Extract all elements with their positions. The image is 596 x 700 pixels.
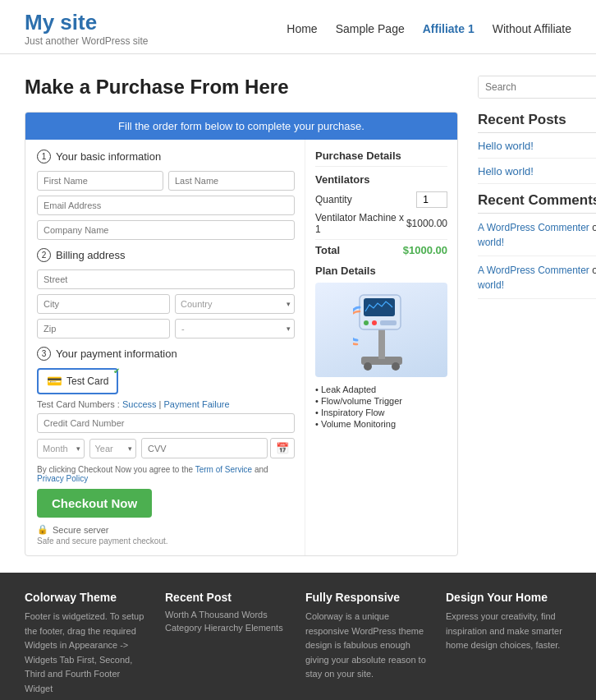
terms-row: By clicking Checkout Now you agree to th… <box>37 465 295 483</box>
footer-col3-title: Fully Responsive <box>305 591 431 604</box>
success-link[interactable]: Success <box>122 399 157 409</box>
post-link-1[interactable]: Hello world! <box>478 140 596 159</box>
first-name-input[interactable] <box>37 171 163 191</box>
comment-on-2: on <box>592 265 596 276</box>
svg-rect-1 <box>378 328 385 359</box>
quantity-label: Quantity <box>315 194 352 205</box>
footer-col-1: Colorway Theme Footer is widgetized. To … <box>25 591 150 697</box>
section1-title: 1 Your basic information <box>37 150 295 163</box>
email-input[interactable] <box>37 196 295 215</box>
footer-col-2: Recent Post Worth A Thousand Words Categ… <box>165 591 291 697</box>
svg-point-3 <box>392 362 400 371</box>
footer-col-4: Design Your Home Express your creativity… <box>446 591 571 697</box>
item-row: Ventilator Machine x 1 $1000.00 <box>315 212 447 235</box>
footer-post-link-1[interactable]: Worth A Thousand Words <box>165 610 291 619</box>
zip-select-icon: ▾ <box>287 325 291 333</box>
main-layout: Make a Purchase From Here Fill the order… <box>0 54 596 573</box>
plan-title: Plan Details <box>315 265 447 277</box>
footer-col1-text: Footer is widgetized. To setup the foote… <box>25 610 150 697</box>
feature-item: • Leak Adapted <box>315 384 447 395</box>
form-body: 1 Your basic information <box>25 140 457 555</box>
header: My site Just another WordPress site Home… <box>0 0 596 54</box>
ventilator-svg <box>353 287 410 373</box>
failure-link[interactable]: Payment Failure <box>164 399 230 409</box>
zip-select[interactable]: - <box>175 319 295 338</box>
recent-comments-section: Recent Comments A WordPress Commenter on… <box>478 192 596 299</box>
country-select[interactable] <box>175 294 295 314</box>
feature-item: • Flow/volume Trigger <box>315 395 447 407</box>
post-link-2[interactable]: Hello world! <box>478 165 596 184</box>
country-select-icon: ▾ <box>287 300 291 308</box>
test-card-button[interactable]: 💳 Test Card ✔ <box>37 368 118 394</box>
feature-item: • Volume Monitoring <box>315 418 447 430</box>
checkout-button[interactable]: Checkout Now <box>37 489 152 518</box>
main-nav: Home Sample Page Affiliate 1 Without Aff… <box>287 22 571 35</box>
company-input[interactable] <box>37 220 295 240</box>
nav-home[interactable]: Home <box>287 22 317 35</box>
site-tagline: Just another WordPress site <box>25 35 149 47</box>
lock-icon: 🔒 <box>37 524 48 535</box>
recent-posts-title: Recent Posts <box>478 112 596 133</box>
recent-comments-title: Recent Comments <box>478 192 596 214</box>
ventilator-image <box>315 283 447 377</box>
secure-row: 🔒 Secure server <box>37 524 295 535</box>
test-card-numbers-row: Test Card Numbers : Success | Payment Fa… <box>37 399 295 409</box>
purchase-title: Purchase Details <box>315 150 447 167</box>
section1-label: Your basic information <box>56 150 161 163</box>
site-branding: My site Just another WordPress site <box>25 10 149 47</box>
section2-num: 2 <box>37 248 51 262</box>
svg-rect-8 <box>380 320 397 325</box>
form-header: Fill the order form below to complete yo… <box>25 113 457 140</box>
commenter-2[interactable]: A WordPress Commenter <box>478 265 589 276</box>
form-left: 1 Your basic information <box>25 140 305 555</box>
quantity-input[interactable] <box>416 191 447 208</box>
purchase-details: Purchase Details Ventilators Quantity Ve… <box>305 140 457 555</box>
search-box: 🔍 <box>478 76 596 99</box>
section1-num: 1 <box>37 150 51 163</box>
privacy-link[interactable]: Privacy Policy <box>37 474 88 483</box>
footer-col1-title: Colorway Theme <box>25 591 150 604</box>
month-chevron: ▾ <box>76 444 80 453</box>
footer: Colorway Theme Footer is widgetized. To … <box>0 573 596 700</box>
svg-point-2 <box>364 362 372 371</box>
test-card-label: Test Card <box>66 375 108 387</box>
credit-card-input[interactable] <box>37 413 295 433</box>
nav-without-affiliate[interactable]: Without Affiliate <box>493 22 571 35</box>
comment-item-2: A WordPress Commenter on Hello world! <box>478 263 596 299</box>
footer-col4-title: Design Your Home <box>446 591 571 604</box>
recent-posts-section: Recent Posts Hello world! Hello world! <box>478 112 596 184</box>
last-name-input[interactable] <box>168 171 295 191</box>
zip-row: - ▾ <box>37 319 295 338</box>
footer-cols: Colorway Theme Footer is widgetized. To … <box>25 591 571 697</box>
svg-point-7 <box>372 320 377 325</box>
nav-sample[interactable]: Sample Page <box>336 22 405 35</box>
city-country-row: ▾ Country <box>37 294 295 314</box>
secure-label: Secure server <box>53 525 108 535</box>
total-label: Total <box>315 244 340 256</box>
street-input[interactable] <box>37 269 295 289</box>
check-icon: ✔ <box>113 366 120 375</box>
footer-post-link-2[interactable]: Category Hierarchy Elements <box>165 623 291 633</box>
site-title: My site <box>25 10 149 35</box>
product-name: Ventilators <box>315 173 447 186</box>
total-row: Total $1000.00 <box>315 239 447 256</box>
commenter-1[interactable]: A WordPress Commenter <box>478 222 589 233</box>
terms-link[interactable]: Term of Service <box>195 465 252 474</box>
form-container: Fill the order form below to complete yo… <box>25 112 458 556</box>
test-card-numbers-label: Test Card Numbers : <box>37 399 120 409</box>
sidebar: 🔍 Recent Posts Hello world! Hello world!… <box>478 76 596 556</box>
city-input[interactable] <box>37 294 170 314</box>
cvv-input[interactable] <box>141 438 268 458</box>
zip-input[interactable] <box>37 319 170 338</box>
year-chevron: ▾ <box>128 444 132 453</box>
nav-affiliate1[interactable]: Affiliate 1 <box>423 22 475 35</box>
svg-point-6 <box>364 320 369 325</box>
section3-title: 3 Your payment information <box>37 347 295 361</box>
search-input[interactable] <box>479 76 596 98</box>
content-area: Make a Purchase From Here Fill the order… <box>25 76 458 556</box>
name-row <box>37 171 295 191</box>
terms-text: By clicking Checkout Now you agree to th… <box>37 465 193 474</box>
total-price: $1000.00 <box>403 244 447 256</box>
footer-col3-text: Colorway is a unique responsive WordPres… <box>305 610 431 682</box>
comment-on-1: on <box>592 222 596 233</box>
